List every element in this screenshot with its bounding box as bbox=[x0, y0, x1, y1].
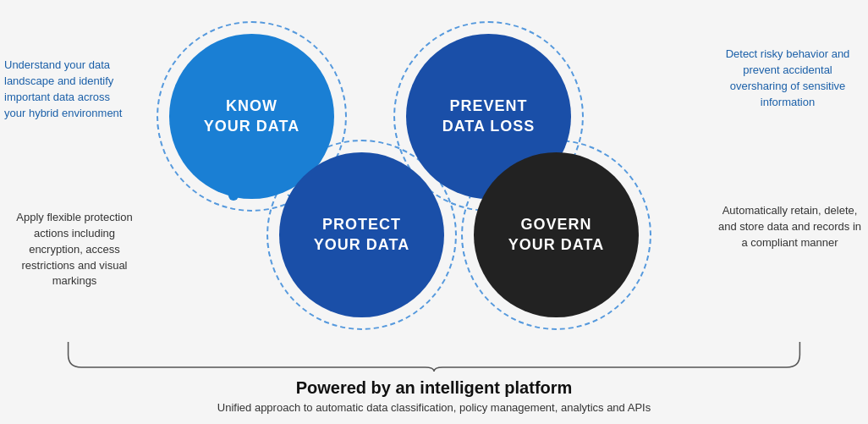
circle-protect-line1: PROTECT bbox=[314, 215, 409, 234]
circle-govern-line1: GOVERN bbox=[508, 215, 604, 234]
annotation-prevent-text: Detect risky behavior and prevent accide… bbox=[726, 47, 850, 108]
annotation-protect-text: Apply flexible protection actions includ… bbox=[16, 211, 132, 287]
bottom-section: Powered by an intelligent platform Unifi… bbox=[51, 338, 817, 414]
main-container: Understand your data landscape and ident… bbox=[0, 0, 868, 424]
annotation-govern-text: Automatically retain, delete, and store … bbox=[718, 204, 861, 249]
circle-prevent-line1: PREVENT bbox=[442, 96, 536, 116]
circle-know-line1: KNOW bbox=[204, 96, 299, 116]
bottom-title: Powered by an intelligent platform bbox=[51, 378, 817, 398]
circle-protect: PROTECT YOUR DATA bbox=[279, 152, 444, 317]
bottom-subtitle: Unified approach to automatic data class… bbox=[51, 401, 817, 414]
brace-svg bbox=[51, 338, 817, 372]
annotation-prevent: Detect risky behavior and prevent accide… bbox=[716, 47, 860, 110]
brace-container bbox=[51, 338, 817, 372]
circle-protect-line2: YOUR DATA bbox=[314, 235, 409, 255]
circle-know-line2: YOUR DATA bbox=[204, 117, 299, 136]
circles-area: KNOW YOUR DATA PREVENT DATA LOSS PROTECT… bbox=[118, 25, 694, 339]
annotation-know-text: Understand your data landscape and ident… bbox=[4, 58, 122, 119]
annotation-govern: Automatically retain, delete, and store … bbox=[716, 203, 864, 251]
annotation-know: Understand your data landscape and ident… bbox=[4, 58, 123, 121]
circle-govern-line2: YOUR DATA bbox=[508, 235, 604, 255]
circle-prevent-line2: DATA LOSS bbox=[442, 117, 536, 136]
circle-govern: GOVERN YOUR DATA bbox=[474, 152, 639, 317]
